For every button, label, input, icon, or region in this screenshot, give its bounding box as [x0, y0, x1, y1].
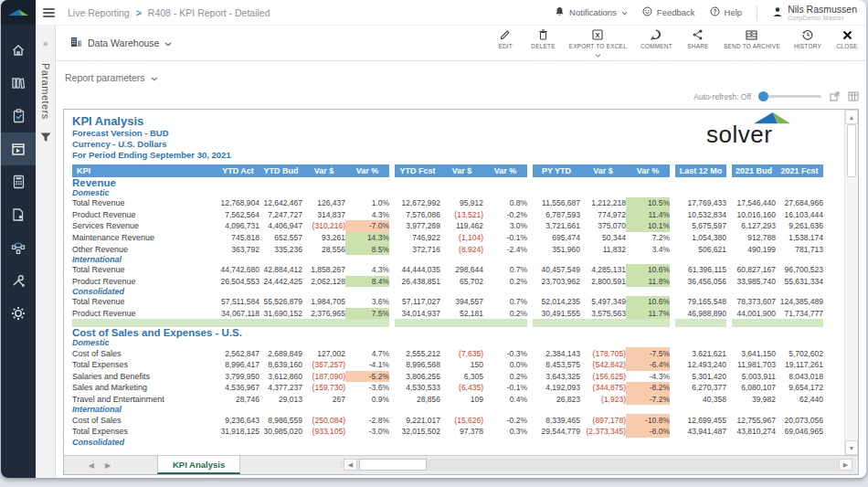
- solver-logo-mark[interactable]: [1, 0, 36, 25]
- user-menu[interactable]: Nils Rasmussen CorpDemo Master: [772, 5, 857, 21]
- scroll-down-icon[interactable]: ▼: [845, 440, 858, 455]
- sidebar-item-planning[interactable]: [1, 165, 36, 198]
- scroll-right-icon[interactable]: ▶: [839, 459, 852, 471]
- data-source-dropdown[interactable]: Data Warehouse: [70, 37, 172, 49]
- cell: 79,165,548: [675, 296, 726, 308]
- row-label: Travel and Entertainment: [72, 394, 217, 406]
- cell: 34,067,118: [217, 308, 259, 320]
- cell: 14.3%: [345, 232, 389, 244]
- row-label: Total Revenue: [72, 197, 217, 209]
- cell: -8.2%: [626, 382, 670, 394]
- cell: 774,972: [580, 209, 626, 221]
- cell: 335,236: [259, 243, 302, 255]
- cell: 10.6%: [626, 296, 670, 308]
- auto-refresh-toggle[interactable]: [759, 95, 821, 98]
- open-in-window-icon[interactable]: [830, 91, 840, 101]
- sheet-tab-kpi-analysis[interactable]: KPI Analysis: [157, 456, 240, 474]
- scroll-left-icon[interactable]: ◀: [344, 459, 357, 471]
- toggle-knob[interactable]: [758, 91, 768, 101]
- grid-view-icon[interactable]: [848, 91, 859, 101]
- column-header: YTD Fcst: [395, 164, 440, 177]
- cell: 42,884,412: [259, 264, 302, 276]
- report-parameters-dropdown[interactable]: Report parameters: [65, 72, 158, 83]
- cell: (1,923): [580, 394, 626, 406]
- vertical-scrollbar[interactable]: ▲ ▼: [844, 110, 858, 455]
- sidebar-item-integrations[interactable]: [1, 231, 36, 264]
- cell: 5,301,420: [675, 371, 726, 383]
- scroll-up-icon[interactable]: ▲: [845, 110, 858, 124]
- sidebar-item-library[interactable]: [1, 67, 36, 100]
- close-button[interactable]: CLOSE: [835, 29, 859, 49]
- feedback-button[interactable]: Feedback: [642, 6, 695, 18]
- cell: 9,236,643: [217, 414, 259, 426]
- send-to-archive-button[interactable]: SEND TO ARCHIVE: [724, 29, 780, 49]
- cell: 52,181: [440, 308, 483, 320]
- next-sheet-icon[interactable]: ▶: [105, 461, 111, 470]
- cell: 6,305: [440, 371, 483, 383]
- library-icon: [11, 76, 26, 90]
- cell: 2,376,965: [302, 308, 345, 320]
- band-cell: [580, 319, 626, 327]
- edit-button[interactable]: EDIT: [493, 29, 517, 49]
- horizontal-scroll-thumb[interactable]: [359, 459, 427, 471]
- menu-icon[interactable]: [43, 6, 55, 19]
- cell: -0.1%: [483, 232, 527, 244]
- cell: 3,643,325: [533, 371, 580, 383]
- band-cell: [395, 319, 440, 327]
- vertical-scroll-thumb[interactable]: [847, 124, 856, 177]
- table-row: Product Revenue34,067,11831,690,1522,376…: [72, 308, 823, 320]
- report-content-area: Report parameters Auto-refresh: Off KPI …: [56, 61, 866, 478]
- cell: 3.4%: [626, 243, 670, 255]
- cell: 8,996,417: [217, 359, 259, 371]
- cell: 8,639,160: [259, 359, 302, 371]
- clipboard-check-icon: [12, 109, 26, 123]
- cell: 4,536,967: [217, 382, 259, 394]
- table-row: Product Revenue26,504,55324,442,4252,062…: [72, 276, 823, 288]
- divider: [757, 5, 757, 20]
- document-user-icon: [11, 207, 26, 222]
- user-name: Nils Rasmussen: [788, 5, 857, 15]
- kpi-report-table: KPIYTD ActYTD BudVar $Var %YTD FcstVar $…: [72, 164, 823, 447]
- sidebar-item-assignments[interactable]: [1, 100, 36, 132]
- parameters-panel-label[interactable]: Parameters: [40, 63, 51, 120]
- notifications-button[interactable]: Notifications: [555, 6, 628, 19]
- section-title: Cost of Sales and Expenses - U.S.: [72, 327, 823, 338]
- cell: (310,216): [302, 220, 345, 232]
- archive-icon: [746, 29, 757, 41]
- sidebar-item-user-documents[interactable]: [1, 198, 36, 231]
- help-button[interactable]: ? Help: [710, 6, 743, 18]
- report-subtitle: For Period Ending September 30, 2021: [72, 150, 840, 161]
- cell: -2.8%: [345, 414, 389, 426]
- cell: -10.8%: [626, 414, 670, 426]
- row-label: Salaries and Benefits: [72, 371, 217, 383]
- export-to-excel-button[interactable]: X EXPORT TO EXCEL: [569, 29, 627, 58]
- cell: 44,742,680: [217, 264, 259, 276]
- sidebar-item-settings[interactable]: [1, 297, 36, 330]
- report-viewer: KPI Analysis Forecast Version - BUD Curr…: [63, 109, 859, 475]
- cell: 50,344: [580, 232, 626, 244]
- history-button[interactable]: HISTORY: [794, 29, 821, 49]
- cell: 96,700,523: [776, 264, 823, 276]
- delete-button[interactable]: DELETE: [531, 29, 556, 49]
- share-button[interactable]: SHARE: [686, 29, 710, 49]
- horizontal-scrollbar[interactable]: ⋮ ◀ ▶: [338, 459, 852, 471]
- cell: (344,875): [580, 382, 626, 394]
- cell: 0.0%: [483, 359, 527, 371]
- sidebar-item-home[interactable]: [1, 34, 36, 67]
- cell: 0.2%: [483, 308, 527, 320]
- table-row: Total Revenue44,742,68042,884,4121,858,2…: [72, 264, 823, 276]
- cell: 52,014,235: [533, 296, 580, 308]
- comment-button[interactable]: COMMENT: [640, 29, 672, 49]
- sidebar-item-tools[interactable]: [1, 264, 36, 297]
- table-row: Product Revenue7,562,5647,247,727314,837…: [72, 209, 823, 221]
- sidebar-item-live-reporting[interactable]: [1, 132, 36, 165]
- cell: 124,385,489: [776, 296, 823, 308]
- cell: 11,556,687: [533, 197, 580, 209]
- breadcrumb-section[interactable]: Live Reporting: [68, 7, 130, 18]
- table-row: Cost of Sales2,562,8472,689,849127,0024.…: [72, 347, 823, 359]
- cell: 11,981,703: [732, 359, 776, 371]
- prev-sheet-icon[interactable]: ◀: [89, 461, 94, 470]
- auto-refresh-controls: Auto-refresh: Off: [693, 91, 859, 101]
- cell: 3,575,563: [580, 308, 626, 320]
- expand-panel-chevron-icon[interactable]: »: [43, 38, 48, 48]
